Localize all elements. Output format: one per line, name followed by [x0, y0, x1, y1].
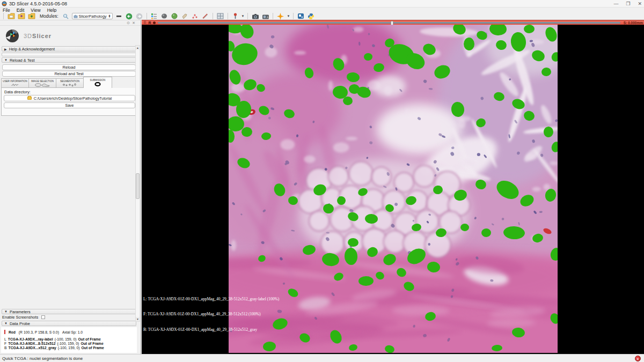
status-message: Quick TCGA : nuclei segmentation is done: [2, 356, 83, 361]
module-search-button[interactable]: [62, 13, 70, 20]
menu-view[interactable]: View: [31, 8, 40, 13]
enable-screenshots-checkbox[interactable]: [41, 315, 45, 319]
slice-color-name: Red: [9, 330, 16, 334]
data-module-icon: [161, 13, 167, 19]
annotations-module-button[interactable]: [201, 13, 209, 20]
help-collapsed-strip: [2, 53, 136, 56]
probe-row-background: BTCGA-XJ-A9DX...x512_gray(-100, 159, 0)O…: [4, 346, 104, 350]
data-directory-label: Data directory:: [4, 90, 31, 94]
panel-close-icon[interactable]: ✕: [132, 21, 135, 25]
module-panel-header: ⊙ ✕: [0, 20, 141, 26]
modules-label: Modules:: [40, 13, 58, 19]
slice-controller-bar: ☰ R S: 0.000mm: [142, 20, 644, 25]
ras-coordinates: (R 100.3, P 158.8, S 0.0): [19, 330, 59, 334]
scroll-down-icon[interactable]: ▼: [136, 317, 140, 321]
camera-icon: [252, 13, 259, 19]
selected-module-label: SlicerPathology: [79, 14, 107, 19]
extensions-icon: [297, 13, 304, 19]
expanded-arrow-icon: ▼: [4, 310, 8, 313]
module-forward-button[interactable]: [135, 13, 143, 20]
screenshot-button[interactable]: [251, 13, 259, 20]
red-slice-color-icon: [4, 330, 5, 334]
tab-user-information[interactable]: USER INFORMATION: [1, 78, 28, 88]
error-log-button[interactable]: ✕: [635, 356, 641, 361]
menu-edit[interactable]: Edit: [17, 8, 25, 13]
transforms-module-button[interactable]: [181, 13, 189, 20]
reload-button[interactable]: Reload: [2, 64, 136, 70]
module-history-button[interactable]: [150, 13, 158, 20]
slice-pin-icon[interactable]: [153, 21, 156, 24]
scrollbar-thumb[interactable]: [136, 173, 140, 199]
red-slice-view: ☰ R S: 0.000mm L: TCGA-XJ-A9DX-01Z-00-DX…: [142, 20, 644, 354]
layout-grid-icon: [217, 13, 224, 19]
slice-corner-annotation: L: TCGA-XJ-A9DX-01Z-00-DX1_appMag_40_29_…: [143, 286, 279, 343]
module-combo-arrows-icon: ▲▼: [108, 14, 111, 18]
panel-scrollbar[interactable]: ▲ ▼: [135, 45, 140, 322]
pathology-tab-bar: USER INFORMATION IMAGE SELECTION SEGMENT…: [1, 77, 138, 88]
mouse-mode-dropdown[interactable]: ▼: [241, 14, 245, 18]
crosshair-button[interactable]: [276, 13, 284, 20]
scene-views-button[interactable]: A: [261, 13, 269, 20]
collapsed-arrow-icon: ▶: [4, 47, 7, 51]
extensions-manager-button[interactable]: [297, 13, 305, 20]
menu-file[interactable]: File: [3, 8, 10, 13]
help-acknowledgement-section[interactable]: ▶ Help & Acknowledgement: [2, 46, 136, 51]
expanded-arrow-icon: ▼: [4, 322, 8, 325]
back-arrow-icon: [126, 13, 133, 20]
submission-ellipse-icon: [94, 82, 101, 86]
scroll-up-icon[interactable]: ▲: [136, 46, 140, 50]
python-icon: [308, 13, 314, 20]
nuclei-dots-icon: [62, 83, 77, 87]
slice-offset-value: S: 0.000mm: [624, 21, 643, 25]
data-directory-button[interactable]: C:/Users/erich/Desktop/SlicerPathologyTu…: [4, 95, 135, 101]
python-console-button[interactable]: [307, 13, 315, 20]
markups-module-button[interactable]: [191, 13, 199, 20]
module-panel: ⊙ ✕ 3DSlicer ▶ Help & Acknowledg: [0, 20, 141, 354]
submission-tab-pane: Data directory: C:/Users/erich/Desktop/S…: [1, 88, 138, 116]
crosshair-dropdown[interactable]: ▼: [287, 14, 290, 18]
mouse-mode-button[interactable]: [231, 13, 239, 20]
slicer-window: 3D Slicer 4.5.0-2016-05-08 — ❐ ✕ File Ed…: [0, 0, 644, 362]
module-selector[interactable]: SlicerPathology ▲▼: [72, 13, 113, 19]
close-button[interactable]: ✕: [638, 1, 642, 6]
window-title: 3D Slicer 4.5.0-2016-05-08: [9, 1, 67, 6]
green-sphere-icon: [171, 13, 178, 19]
probe-row-foreground: FTCGA-XJ-A9DX...8-512x512(-100, 159, 0)O…: [4, 342, 104, 345]
tab-image-selection[interactable]: IMAGE SELECTION: [28, 78, 56, 88]
minus-icon: [116, 14, 122, 19]
crosshair-star-icon: [277, 13, 284, 20]
panel-pin-icon[interactable]: ⊙: [127, 21, 130, 25]
reload-test-section[interactable]: ▼ Reload & Test: [2, 57, 136, 63]
save-button[interactable]: Save: [4, 102, 135, 108]
data-module-button[interactable]: [160, 13, 169, 20]
layout-selector-button[interactable]: [216, 13, 224, 20]
volumes-module-button[interactable]: [171, 13, 179, 20]
slice-offset-slider[interactable]: [158, 22, 620, 24]
main-toolbar: Modules: SlicerPathology ▲▼: [0, 12, 644, 20]
save-scene-button[interactable]: [27, 13, 35, 20]
add-data-button[interactable]: [17, 13, 25, 20]
module-back-button[interactable]: [125, 13, 133, 20]
load-dicom-button[interactable]: [7, 13, 15, 20]
minimize-button[interactable]: —: [613, 1, 618, 6]
data-probe-section[interactable]: ▼ Data Probe: [2, 321, 136, 326]
data-probe-body: Red (R 100.3, P 158.8, S 0.0) Axial Sp: …: [1, 327, 137, 353]
title-bar: 3D Slicer 4.5.0-2016-05-08 — ❐ ✕: [0, 0, 644, 8]
slice-viewport[interactable]: L: TCGA-XJ-A9DX-01Z-00-DX1_appMag_40_29_…: [142, 25, 644, 354]
forward-arrow-icon: [136, 13, 143, 20]
probe-row-label: LTCGA-XJ-A9DX...ray-label(-100, 159, 0)O…: [4, 337, 101, 341]
reload-and-test-button[interactable]: Reload and Test: [2, 71, 136, 77]
hide-panel-button[interactable]: [115, 13, 123, 20]
expanded-arrow-icon: ▼: [4, 58, 8, 62]
tab-submission[interactable]: SUBMISSION: [83, 77, 112, 88]
maximize-button[interactable]: ❐: [626, 1, 630, 6]
ruler-pencil-icon: [202, 13, 208, 19]
menu-bar: File Edit View Help: [0, 8, 644, 12]
folder-icon: [27, 97, 32, 100]
enable-screenshots-row: Enable Screenshots: [2, 315, 45, 320]
region-shapes-icon: [34, 83, 50, 87]
tab-segmentation[interactable]: SEGMENTATION: [56, 78, 83, 88]
parameters-section[interactable]: ▼ Parameters: [2, 309, 136, 314]
menu-help[interactable]: Help: [47, 8, 56, 13]
slicer-app-icon: [2, 1, 7, 6]
